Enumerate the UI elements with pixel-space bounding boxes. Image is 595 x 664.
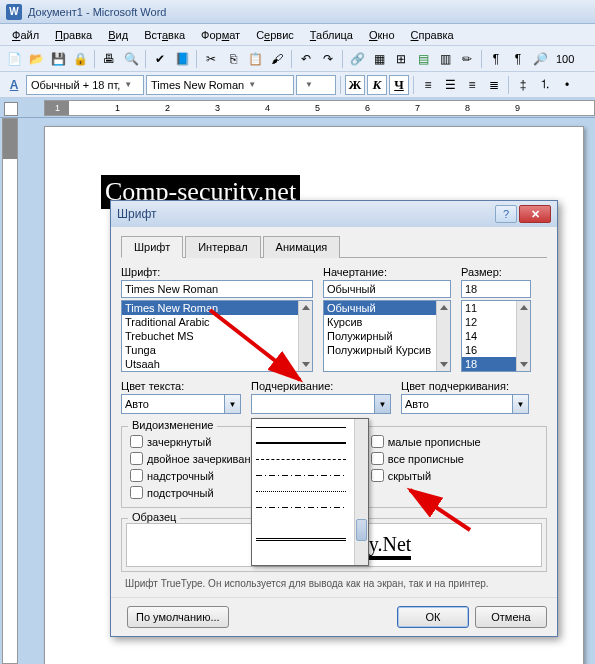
align-right-icon[interactable]: ≡ <box>462 75 482 95</box>
style-listbox[interactable]: Обычный Курсив Полужирный Полужирный Кур… <box>323 300 451 372</box>
effect-hidden[interactable]: скрытый <box>371 469 481 482</box>
underline-option[interactable] <box>252 499 368 515</box>
underline-option[interactable] <box>252 435 368 451</box>
columns-icon[interactable]: ▥ <box>435 49 455 69</box>
menu-edit[interactable]: Правка <box>47 26 100 44</box>
list-item[interactable]: Utsaah <box>122 357 312 371</box>
tab-animation[interactable]: Анимация <box>263 236 341 258</box>
show-hide-icon[interactable]: ¶ <box>508 49 528 69</box>
underline-option[interactable] <box>252 515 368 531</box>
menu-window[interactable]: Окно <box>361 26 403 44</box>
menu-tools[interactable]: Сервис <box>248 26 302 44</box>
dialog-help-button[interactable]: ? <box>495 205 517 223</box>
print-icon[interactable]: 🖶 <box>99 49 119 69</box>
align-left-icon[interactable]: ≡ <box>418 75 438 95</box>
size-combo[interactable]: ▼ <box>296 75 336 95</box>
menu-format[interactable]: Формат <box>193 26 248 44</box>
insert-table-icon[interactable]: ⊞ <box>391 49 411 69</box>
list-item[interactable]: Traditional Arabic <box>122 315 312 329</box>
underline-option[interactable] <box>252 451 368 467</box>
hyperlink-icon[interactable]: 🔗 <box>347 49 367 69</box>
effect-double-strike[interactable]: двойное зачеркивани <box>130 452 257 465</box>
cut-icon[interactable]: ✂ <box>201 49 221 69</box>
scrollbar[interactable] <box>516 301 530 371</box>
dialog-title: Шрифт <box>117 207 495 221</box>
list-item[interactable]: Times New Roman <box>122 301 312 315</box>
underline-option[interactable] <box>252 467 368 483</box>
dialog-close-button[interactable]: ✕ <box>519 205 551 223</box>
open-icon[interactable]: 📂 <box>26 49 46 69</box>
font-listbox[interactable]: Times New Roman Traditional Arabic Trebu… <box>121 300 313 372</box>
styles-pane-icon[interactable]: A <box>4 75 24 95</box>
undo-icon[interactable]: ↶ <box>296 49 316 69</box>
list-item[interactable]: Полужирный Курсив <box>324 343 450 357</box>
font-input[interactable] <box>121 280 313 298</box>
effect-allcaps[interactable]: все прописные <box>371 452 481 465</box>
tab-font[interactable]: Шрифт <box>121 236 183 258</box>
scrollbar[interactable] <box>354 419 368 565</box>
format-painter-icon[interactable]: 🖌 <box>267 49 287 69</box>
save-icon[interactable]: 💾 <box>48 49 68 69</box>
menu-file[interactable]: Файл <box>4 26 47 44</box>
permission-icon[interactable]: 🔒 <box>70 49 90 69</box>
italic-button[interactable]: К <box>367 75 387 95</box>
dialog-titlebar[interactable]: Шрифт ? ✕ <box>111 201 557 227</box>
underline-button[interactable]: Ч <box>389 75 409 95</box>
copy-icon[interactable]: ⎘ <box>223 49 243 69</box>
line-spacing-icon[interactable]: ‡ <box>513 75 533 95</box>
underline-combo[interactable]: ▼ <box>251 394 391 414</box>
bold-button[interactable]: Ж <box>345 75 365 95</box>
zoom-icon[interactable]: 🔎 <box>530 49 550 69</box>
list-item[interactable]: Полужирный <box>324 329 450 343</box>
ulcolor-combo[interactable]: Авто ▼ <box>401 394 529 414</box>
align-justify-icon[interactable]: ≣ <box>484 75 504 95</box>
font-combo[interactable]: Times New Roman ▼ <box>146 75 294 95</box>
scrollbar-thumb[interactable] <box>356 519 367 541</box>
vertical-ruler[interactable] <box>2 118 18 664</box>
paste-icon[interactable]: 📋 <box>245 49 265 69</box>
cancel-button[interactable]: Отмена <box>475 606 547 628</box>
underline-option[interactable] <box>252 547 368 563</box>
effect-strikethrough[interactable]: зачеркнутый <box>130 435 257 448</box>
list-item[interactable]: Курсив <box>324 315 450 329</box>
underline-option[interactable] <box>252 483 368 499</box>
size-input[interactable] <box>461 280 531 298</box>
scrollbar[interactable] <box>298 301 312 371</box>
tables-borders-icon[interactable]: ▦ <box>369 49 389 69</box>
numbering-icon[interactable]: ⒈ <box>535 75 555 95</box>
style-input[interactable] <box>323 280 451 298</box>
effect-superscript[interactable]: надстрочный <box>130 469 257 482</box>
menu-view[interactable]: Вид <box>100 26 136 44</box>
size-listbox[interactable]: 11 12 14 16 18 <box>461 300 531 372</box>
redo-icon[interactable]: ↷ <box>318 49 338 69</box>
style-combo[interactable]: Обычный + 18 пт, ▼ <box>26 75 144 95</box>
default-button[interactable]: По умолчанию... <box>127 606 229 628</box>
tab-spacing[interactable]: Интервал <box>185 236 260 258</box>
underline-dropdown[interactable] <box>251 418 369 566</box>
drawing-icon[interactable]: ✏ <box>457 49 477 69</box>
list-item[interactable]: Tunga <box>122 343 312 357</box>
new-doc-icon[interactable]: 📄 <box>4 49 24 69</box>
underline-option[interactable] <box>252 419 368 435</box>
effect-subscript[interactable]: подстрочный <box>130 486 257 499</box>
tab-selector[interactable] <box>4 102 18 116</box>
underline-option[interactable] <box>252 531 368 547</box>
spellcheck-icon[interactable]: ✔ <box>150 49 170 69</box>
menu-insert[interactable]: Вставка <box>136 26 193 44</box>
list-item[interactable]: Обычный <box>324 301 450 315</box>
chevron-down-icon: ▼ <box>124 80 132 89</box>
horizontal-ruler[interactable]: 1 1 2 3 4 5 6 7 8 9 <box>44 100 595 116</box>
menu-help[interactable]: Справка <box>403 26 462 44</box>
preview-icon[interactable]: 🔍 <box>121 49 141 69</box>
research-icon[interactable]: 📘 <box>172 49 192 69</box>
effect-smallcaps[interactable]: малые прописные <box>371 435 481 448</box>
textcolor-combo[interactable]: Авто ▼ <box>121 394 241 414</box>
list-item[interactable]: Trebuchet MS <box>122 329 312 343</box>
bullets-icon[interactable]: • <box>557 75 577 95</box>
align-center-icon[interactable]: ☰ <box>440 75 460 95</box>
menu-table[interactable]: Таблица <box>302 26 361 44</box>
excel-icon[interactable]: ▤ <box>413 49 433 69</box>
scrollbar[interactable] <box>436 301 450 371</box>
ok-button[interactable]: ОК <box>397 606 469 628</box>
docmap-icon[interactable]: ¶ <box>486 49 506 69</box>
